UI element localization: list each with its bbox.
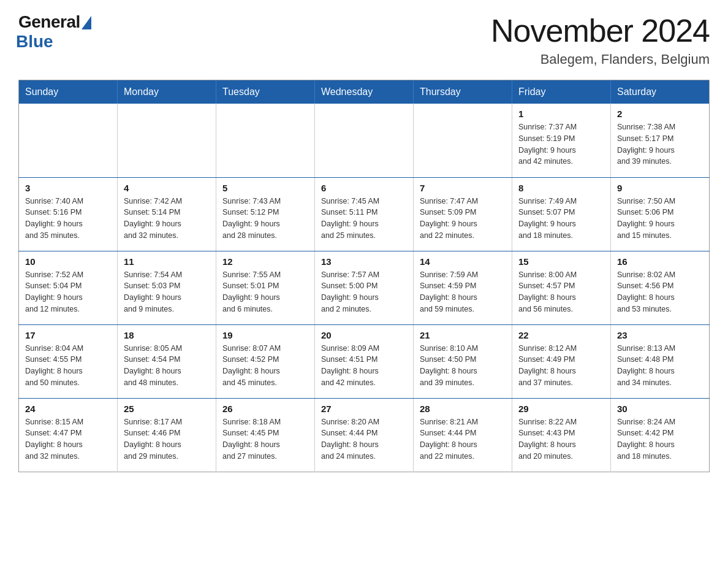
day-info: Sunrise: 7:45 AM Sunset: 5:11 PM Dayligh… <box>321 196 407 242</box>
logo-general-text: General <box>18 12 80 32</box>
calendar-cell: 2Sunrise: 7:38 AM Sunset: 5:17 PM Daylig… <box>611 104 710 177</box>
calendar-cell: 23Sunrise: 8:13 AM Sunset: 4:48 PM Dayli… <box>611 324 710 398</box>
day-info: Sunrise: 7:50 AM Sunset: 5:06 PM Dayligh… <box>617 196 703 242</box>
day-info: Sunrise: 8:12 AM Sunset: 4:49 PM Dayligh… <box>518 343 604 389</box>
day-number: 19 <box>222 330 308 340</box>
calendar-cell: 20Sunrise: 8:09 AM Sunset: 4:51 PM Dayli… <box>315 324 414 398</box>
calendar-week-row: 3Sunrise: 7:40 AM Sunset: 5:16 PM Daylig… <box>19 177 710 251</box>
day-info: Sunrise: 7:37 AM Sunset: 5:19 PM Dayligh… <box>518 121 604 167</box>
day-number: 12 <box>222 256 308 267</box>
calendar-cell: 13Sunrise: 7:57 AM Sunset: 5:00 PM Dayli… <box>315 251 414 324</box>
day-number: 26 <box>222 404 308 414</box>
day-info: Sunrise: 7:49 AM Sunset: 5:07 PM Dayligh… <box>518 196 604 242</box>
month-title: November 2024 <box>491 12 710 49</box>
day-info: Sunrise: 7:47 AM Sunset: 5:09 PM Dayligh… <box>420 196 506 242</box>
day-number: 15 <box>518 256 604 267</box>
day-number: 24 <box>25 404 111 414</box>
calendar-cell: 3Sunrise: 7:40 AM Sunset: 5:16 PM Daylig… <box>19 177 118 251</box>
day-number: 27 <box>321 404 407 414</box>
calendar-week-row: 10Sunrise: 7:52 AM Sunset: 5:04 PM Dayli… <box>19 251 710 324</box>
day-info: Sunrise: 8:00 AM Sunset: 4:57 PM Dayligh… <box>518 269 604 315</box>
weekday-header-friday: Friday <box>512 80 611 104</box>
calendar-cell: 5Sunrise: 7:43 AM Sunset: 5:12 PM Daylig… <box>216 177 315 251</box>
calendar-cell: 17Sunrise: 8:04 AM Sunset: 4:55 PM Dayli… <box>19 324 118 398</box>
day-info: Sunrise: 8:20 AM Sunset: 4:44 PM Dayligh… <box>321 416 407 462</box>
day-number: 2 <box>617 109 703 119</box>
day-number: 4 <box>124 183 210 193</box>
day-number: 5 <box>222 183 308 193</box>
calendar-cell: 18Sunrise: 8:05 AM Sunset: 4:54 PM Dayli… <box>118 324 216 398</box>
day-info: Sunrise: 7:54 AM Sunset: 5:03 PM Dayligh… <box>124 269 210 315</box>
calendar-week-row: 17Sunrise: 8:04 AM Sunset: 4:55 PM Dayli… <box>19 324 710 398</box>
day-number: 18 <box>124 330 210 340</box>
day-info: Sunrise: 8:13 AM Sunset: 4:48 PM Dayligh… <box>617 343 703 389</box>
calendar-cell: 26Sunrise: 8:18 AM Sunset: 4:45 PM Dayli… <box>216 398 315 472</box>
day-info: Sunrise: 7:43 AM Sunset: 5:12 PM Dayligh… <box>222 196 308 242</box>
logo: General Blue <box>18 12 91 52</box>
calendar-cell: 12Sunrise: 7:55 AM Sunset: 5:01 PM Dayli… <box>216 251 315 324</box>
day-number: 10 <box>25 256 111 267</box>
calendar-cell <box>315 104 414 177</box>
weekday-header-sunday: Sunday <box>19 80 118 104</box>
calendar-week-row: 1Sunrise: 7:37 AM Sunset: 5:19 PM Daylig… <box>19 104 710 177</box>
calendar-cell: 30Sunrise: 8:24 AM Sunset: 4:42 PM Dayli… <box>611 398 710 472</box>
day-number: 30 <box>617 404 703 414</box>
day-info: Sunrise: 7:42 AM Sunset: 5:14 PM Dayligh… <box>124 196 210 242</box>
day-info: Sunrise: 8:04 AM Sunset: 4:55 PM Dayligh… <box>25 343 111 389</box>
calendar-cell: 10Sunrise: 7:52 AM Sunset: 5:04 PM Dayli… <box>19 251 118 324</box>
day-info: Sunrise: 8:05 AM Sunset: 4:54 PM Dayligh… <box>124 343 210 389</box>
day-number: 6 <box>321 183 407 193</box>
calendar-cell: 16Sunrise: 8:02 AM Sunset: 4:56 PM Dayli… <box>611 251 710 324</box>
day-info: Sunrise: 8:24 AM Sunset: 4:42 PM Dayligh… <box>617 416 703 462</box>
day-number: 1 <box>518 109 604 119</box>
logo-triangle-icon <box>82 16 91 29</box>
day-number: 7 <box>420 183 506 193</box>
weekday-header-saturday: Saturday <box>611 80 710 104</box>
title-section: November 2024 Balegem, Flanders, Belgium <box>491 12 710 67</box>
calendar-cell: 8Sunrise: 7:49 AM Sunset: 5:07 PM Daylig… <box>512 177 611 251</box>
calendar-cell <box>118 104 216 177</box>
day-info: Sunrise: 7:38 AM Sunset: 5:17 PM Dayligh… <box>617 121 703 167</box>
day-info: Sunrise: 8:07 AM Sunset: 4:52 PM Dayligh… <box>222 343 308 389</box>
location-text: Balegem, Flanders, Belgium <box>491 52 710 67</box>
day-number: 25 <box>124 404 210 414</box>
calendar-cell: 28Sunrise: 8:21 AM Sunset: 4:44 PM Dayli… <box>414 398 512 472</box>
day-number: 14 <box>420 256 506 267</box>
day-info: Sunrise: 8:15 AM Sunset: 4:47 PM Dayligh… <box>25 416 111 462</box>
page-header: General Blue November 2024 Balegem, Flan… <box>18 12 710 67</box>
calendar-cell <box>216 104 315 177</box>
calendar-header-row: SundayMondayTuesdayWednesdayThursdayFrid… <box>19 80 710 104</box>
calendar-cell: 29Sunrise: 8:22 AM Sunset: 4:43 PM Dayli… <box>512 398 611 472</box>
day-info: Sunrise: 8:22 AM Sunset: 4:43 PM Dayligh… <box>518 416 604 462</box>
calendar-cell <box>414 104 512 177</box>
calendar-cell: 21Sunrise: 8:10 AM Sunset: 4:50 PM Dayli… <box>414 324 512 398</box>
calendar-cell: 24Sunrise: 8:15 AM Sunset: 4:47 PM Dayli… <box>19 398 118 472</box>
day-info: Sunrise: 8:18 AM Sunset: 4:45 PM Dayligh… <box>222 416 308 462</box>
calendar-cell: 7Sunrise: 7:47 AM Sunset: 5:09 PM Daylig… <box>414 177 512 251</box>
day-number: 29 <box>518 404 604 414</box>
day-number: 13 <box>321 256 407 267</box>
day-info: Sunrise: 8:09 AM Sunset: 4:51 PM Dayligh… <box>321 343 407 389</box>
calendar-cell: 4Sunrise: 7:42 AM Sunset: 5:14 PM Daylig… <box>118 177 216 251</box>
day-info: Sunrise: 8:02 AM Sunset: 4:56 PM Dayligh… <box>617 269 703 315</box>
day-number: 22 <box>518 330 604 340</box>
day-info: Sunrise: 7:52 AM Sunset: 5:04 PM Dayligh… <box>25 269 111 315</box>
weekday-header-wednesday: Wednesday <box>315 80 414 104</box>
day-number: 28 <box>420 404 506 414</box>
calendar-cell: 22Sunrise: 8:12 AM Sunset: 4:49 PM Dayli… <box>512 324 611 398</box>
calendar-week-row: 24Sunrise: 8:15 AM Sunset: 4:47 PM Dayli… <box>19 398 710 472</box>
day-number: 20 <box>321 330 407 340</box>
weekday-header-monday: Monday <box>118 80 216 104</box>
day-number: 16 <box>617 256 703 267</box>
day-info: Sunrise: 8:10 AM Sunset: 4:50 PM Dayligh… <box>420 343 506 389</box>
calendar-cell <box>19 104 118 177</box>
day-info: Sunrise: 8:17 AM Sunset: 4:46 PM Dayligh… <box>124 416 210 462</box>
day-number: 17 <box>25 330 111 340</box>
day-info: Sunrise: 7:57 AM Sunset: 5:00 PM Dayligh… <box>321 269 407 315</box>
calendar-cell: 27Sunrise: 8:20 AM Sunset: 4:44 PM Dayli… <box>315 398 414 472</box>
calendar-cell: 14Sunrise: 7:59 AM Sunset: 4:59 PM Dayli… <box>414 251 512 324</box>
calendar-cell: 6Sunrise: 7:45 AM Sunset: 5:11 PM Daylig… <box>315 177 414 251</box>
day-info: Sunrise: 7:59 AM Sunset: 4:59 PM Dayligh… <box>420 269 506 315</box>
day-info: Sunrise: 7:55 AM Sunset: 5:01 PM Dayligh… <box>222 269 308 315</box>
calendar-table: SundayMondayTuesdayWednesdayThursdayFrid… <box>18 80 710 472</box>
